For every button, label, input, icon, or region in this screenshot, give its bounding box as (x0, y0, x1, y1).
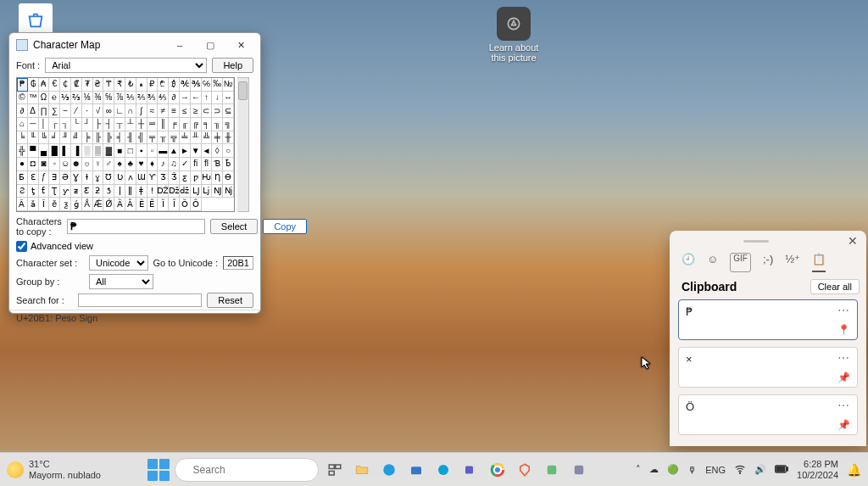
char-cell[interactable]: ┘ (82, 118, 93, 131)
char-cell[interactable]: ┴ (125, 118, 136, 131)
char-cell[interactable]: Δ (28, 104, 39, 118)
char-cell[interactable]: ⊃ (212, 104, 223, 118)
char-cell[interactable]: Ȍ (180, 198, 191, 211)
char-cell[interactable]: Ɓ (212, 158, 223, 171)
char-cell[interactable]: ◘ (28, 158, 39, 171)
char-cell[interactable]: Ǻ (82, 198, 93, 211)
tray-onedrive-icon[interactable]: ☁ (649, 464, 659, 475)
char-cell[interactable]: ∂ (17, 104, 28, 118)
taskbar-task-view[interactable] (324, 459, 346, 481)
char-cell[interactable]: ƺ (60, 198, 71, 211)
tray-security-icon[interactable]: 🟢 (667, 464, 679, 475)
char-cell[interactable]: ☻ (71, 158, 82, 171)
tab-gif[interactable]: GIF (730, 253, 751, 272)
char-cell[interactable]: ₲ (28, 78, 39, 92)
char-cell[interactable]: ╕ (202, 118, 213, 131)
pin-filled-icon[interactable]: 📌 (837, 371, 850, 383)
char-cell[interactable]: € (49, 78, 60, 92)
char-cell[interactable]: ƴ (60, 185, 71, 198)
char-cell[interactable]: ♀ (93, 158, 104, 171)
taskbar-app-generic-1[interactable] (541, 459, 563, 481)
char-cell[interactable]: ○ (223, 144, 234, 158)
char-cell[interactable]: ǁ (125, 185, 136, 198)
char-cell[interactable]: ┐ (60, 118, 71, 131)
char-cell[interactable]: Ƨ (17, 185, 28, 198)
char-cell[interactable]: ⊂ (202, 104, 213, 118)
char-cell[interactable]: ▪ (136, 144, 147, 158)
select-button[interactable]: Select (210, 219, 259, 234)
char-cell[interactable]: ┼ (136, 118, 147, 131)
char-cell[interactable]: ⅜ (93, 92, 104, 105)
clipboard-item-menu[interactable]: ⋯ (837, 351, 850, 365)
advanced-view-input[interactable] (16, 241, 27, 252)
clipboard-item[interactable]: ×⋯📌 (678, 347, 858, 388)
char-cell[interactable]: ∏ (39, 104, 50, 118)
char-cell[interactable]: ┌ (49, 118, 60, 131)
char-cell[interactable]: ǅ (169, 185, 180, 198)
char-cell[interactable]: ⅘ (158, 92, 169, 105)
char-cell[interactable]: ≥ (191, 104, 202, 118)
advanced-view-checkbox[interactable]: Advanced view (9, 239, 260, 254)
char-cell[interactable]: █ (49, 144, 60, 158)
window-maximize-button[interactable]: ▢ (196, 36, 225, 53)
char-cell[interactable]: Ʒ (158, 171, 169, 185)
char-cell[interactable]: ě (49, 198, 60, 211)
char-cell[interactable]: Ǿ (103, 198, 114, 211)
char-cell[interactable]: © (17, 92, 28, 105)
char-cell[interactable]: ╩ (202, 131, 213, 145)
tab-clipboard[interactable]: 📋 (812, 253, 826, 272)
char-cell[interactable]: ƒ (39, 171, 50, 185)
char-cell[interactable]: Ƹ (82, 185, 93, 198)
char-cell[interactable]: − (60, 104, 71, 118)
char-cell[interactable]: ♫ (169, 158, 180, 171)
char-cell[interactable]: ₽ (147, 78, 159, 92)
character-grid[interactable]: ₱₲₳€₵₡₮₴₸₹₺₼₽₾₿℀℁℅‰№©™Ω℮⅓⅔⅛⅜⅝⅞⅕⅖⅗⅘∂→←↑↓↔… (16, 77, 235, 212)
char-cell[interactable]: ✓ (180, 158, 191, 171)
char-cell[interactable]: ₵ (60, 78, 71, 92)
char-cell[interactable]: · (82, 104, 93, 118)
char-cell[interactable]: Ǐ (39, 198, 50, 211)
char-cell[interactable]: ▫ (147, 144, 159, 158)
taskbar-weather[interactable]: 31°C Mayorm. nublado (7, 459, 101, 479)
char-cell[interactable]: ≡ (169, 104, 180, 118)
clipboard-item-menu[interactable]: ⋯ (837, 399, 850, 412)
tray-mic-icon[interactable]: 🎙 (687, 465, 697, 475)
char-cell[interactable]: □ (125, 144, 136, 158)
char-cell[interactable]: Ȉ (158, 198, 169, 211)
taskbar-explorer[interactable] (351, 459, 373, 481)
tab-kaomoji[interactable]: ;-) (763, 253, 773, 272)
char-cell[interactable]: ← (191, 92, 202, 105)
char-cell[interactable]: Ǝ (49, 171, 60, 185)
char-cell[interactable]: ═ (147, 118, 159, 131)
char-cell[interactable]: ↔ (223, 92, 234, 105)
char-cell[interactable]: ↓ (212, 92, 223, 105)
char-cell[interactable]: ◦ (49, 158, 60, 171)
pin-outline-icon[interactable]: 📍 (837, 324, 850, 336)
char-cell[interactable]: Ȃ (125, 198, 136, 211)
char-cell[interactable]: ₼ (136, 78, 147, 92)
charset-select[interactable]: Unicode (89, 255, 148, 271)
window-minimize-button[interactable]: – (165, 36, 194, 53)
char-cell[interactable]: ╦ (169, 131, 180, 145)
char-cell[interactable]: ╟ (93, 131, 104, 145)
char-cell[interactable]: ƶ (71, 185, 82, 198)
char-cell[interactable]: ₱ (17, 78, 28, 92)
char-cell[interactable]: ∫ (136, 104, 147, 118)
char-cell[interactable]: ◙ (39, 158, 50, 171)
char-cell[interactable]: Ʊ (103, 171, 114, 185)
char-cell[interactable]: ╠ (103, 131, 114, 145)
char-cell[interactable]: ♣ (125, 158, 136, 171)
char-cell[interactable]: ₳ (39, 78, 50, 92)
taskbar-search[interactable] (175, 458, 319, 482)
tray-volume-icon[interactable]: 🔊 (754, 464, 766, 475)
taskbar-search-input[interactable] (191, 463, 323, 477)
char-cell[interactable]: ₾ (158, 78, 169, 92)
char-cell[interactable]: ‰ (212, 78, 223, 92)
char-cell[interactable]: ┤ (103, 118, 114, 131)
char-cell[interactable]: ◄ (202, 144, 213, 158)
char-cell[interactable]: ◊ (212, 144, 223, 158)
char-cell[interactable]: ƀ (223, 158, 234, 171)
char-cell[interactable]: ∩ (125, 104, 136, 118)
char-cell[interactable]: ☺ (60, 158, 71, 171)
taskbar-app-blue[interactable] (432, 459, 454, 481)
